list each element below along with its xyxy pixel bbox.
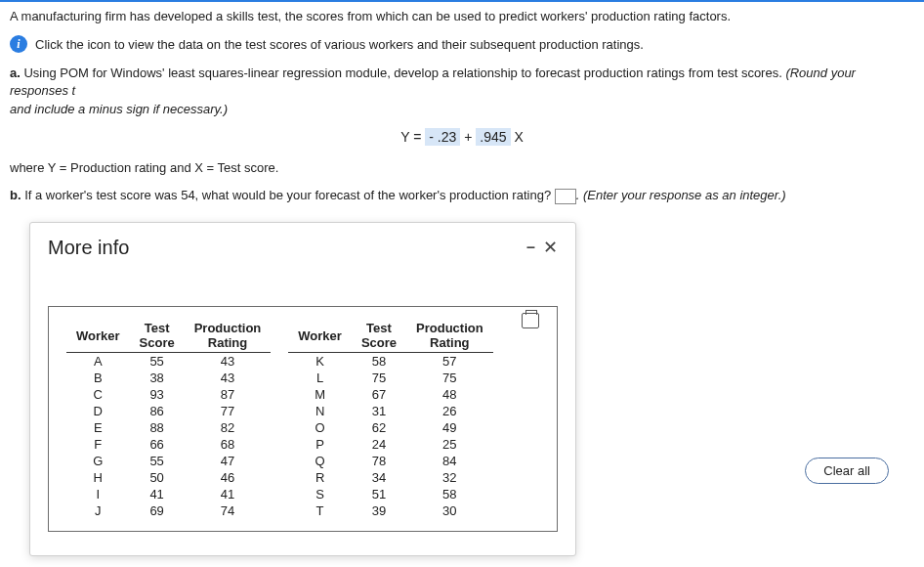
col-score: TestScore: [130, 319, 185, 353]
table-cell: 55: [130, 353, 185, 371]
clear-all-button[interactable]: Clear all: [805, 458, 889, 484]
table-cell: 25: [406, 436, 493, 453]
print-icon[interactable]: [522, 313, 539, 328]
table-cell: G: [66, 453, 130, 469]
table-row: L7575: [288, 370, 492, 386]
table-cell: 58: [406, 486, 493, 502]
table-cell: Q: [288, 453, 352, 469]
table-cell: P: [288, 436, 352, 453]
col-rating: ProductionRating: [185, 319, 272, 353]
eq-x: X: [514, 129, 523, 145]
part-b-label: b.: [10, 188, 21, 202]
intro-text: A manufacturing firm has developed a ski…: [10, 8, 914, 25]
table-cell: 34: [352, 469, 406, 486]
table-cell: 48: [406, 386, 493, 403]
table-row: H5046: [66, 469, 271, 486]
part-a-label: a.: [10, 65, 21, 80]
table-row: E8882: [66, 419, 271, 436]
table-cell: 43: [185, 353, 272, 371]
table-cell: S: [288, 486, 352, 502]
table-cell: 39: [352, 502, 406, 519]
table-cell: 67: [352, 386, 406, 403]
table-row: J6974: [66, 502, 271, 519]
table-cell: 41: [130, 486, 185, 502]
table-cell: L: [288, 370, 352, 386]
col-worker: Worker: [288, 319, 352, 353]
table-cell: E: [66, 419, 130, 436]
table-row: F6668: [66, 436, 271, 453]
table-cell: 93: [130, 386, 185, 403]
table-cell: H: [66, 469, 130, 486]
table-cell: 24: [352, 436, 406, 453]
table-cell: 51: [352, 486, 406, 502]
table-cell: 46: [185, 469, 272, 486]
table-row: Q7884: [288, 453, 492, 469]
table-cell: 41: [185, 486, 272, 502]
table-cell: 31: [352, 403, 406, 419]
table-cell: D: [66, 403, 130, 419]
eq-plus: +: [464, 129, 476, 145]
table-cell: 66: [130, 436, 185, 453]
table-cell: 77: [185, 403, 272, 419]
table-cell: 78: [352, 453, 406, 469]
table-row: R3432: [288, 469, 492, 486]
col-worker: Worker: [66, 319, 130, 353]
table-cell: C: [66, 386, 130, 403]
data-table-left: Worker TestScore ProductionRating A5543B…: [66, 319, 271, 519]
part-b-input[interactable]: [555, 189, 576, 204]
table-row: C9387: [66, 386, 271, 403]
slope-answer[interactable]: .945: [476, 128, 510, 146]
table-cell: 82: [185, 419, 272, 436]
where-text: where Y = Production rating and X = Test…: [10, 159, 914, 177]
table-cell: 47: [185, 453, 272, 469]
col-score: TestScore: [352, 319, 406, 353]
table-cell: 55: [130, 453, 185, 469]
close-icon[interactable]: ✕: [543, 237, 558, 258]
table-row: K5857: [288, 353, 492, 371]
intercept-answer[interactable]: - .23: [425, 128, 460, 146]
table-cell: 74: [185, 502, 272, 519]
table-cell: N: [288, 403, 352, 419]
table-cell: 84: [406, 453, 493, 469]
table-cell: 69: [130, 502, 185, 519]
table-row: M6748: [288, 386, 492, 403]
table-cell: M: [288, 386, 352, 403]
table-cell: A: [66, 353, 130, 371]
table-row: B3843: [66, 370, 271, 386]
table-cell: 26: [406, 403, 493, 419]
table-cell: 58: [352, 353, 406, 371]
table-cell: 43: [185, 370, 272, 386]
table-row: N3126: [288, 403, 492, 419]
table-cell: R: [288, 469, 352, 486]
table-cell: 62: [352, 419, 406, 436]
part-b-hint: . (Enter your response as an integer.): [576, 188, 786, 202]
eq-y: Y =: [400, 129, 425, 145]
info-icon[interactable]: i: [10, 35, 27, 53]
data-table-right: Worker TestScore ProductionRating K5857L…: [288, 319, 492, 519]
col-rating: ProductionRating: [406, 319, 493, 353]
table-cell: I: [66, 486, 130, 502]
table-cell: 75: [406, 370, 493, 386]
table-cell: 75: [352, 370, 406, 386]
round-hint-2: and include a minus sign if necessary.): [10, 102, 228, 116]
table-cell: 86: [130, 403, 185, 419]
more-info-modal: More info – ✕ Worker TestScore Producti: [29, 222, 576, 556]
table-cell: J: [66, 502, 130, 519]
table-row: I4141: [66, 486, 271, 502]
table-cell: 87: [185, 386, 272, 403]
part-a-text: Using POM for Windows' least squares-lin…: [21, 65, 786, 80]
modal-title: More info: [48, 237, 129, 259]
table-cell: T: [288, 502, 352, 519]
table-cell: 32: [406, 469, 493, 486]
table-cell: 38: [130, 370, 185, 386]
table-cell: O: [288, 419, 352, 436]
table-cell: F: [66, 436, 130, 453]
table-cell: 49: [406, 419, 493, 436]
minimize-icon[interactable]: –: [526, 239, 535, 256]
table-cell: 57: [406, 353, 493, 371]
table-cell: B: [66, 370, 130, 386]
table-row: S5158: [288, 486, 492, 502]
table-cell: 30: [406, 502, 493, 519]
table-row: O6249: [288, 419, 492, 436]
table-row: A5543: [66, 353, 271, 371]
